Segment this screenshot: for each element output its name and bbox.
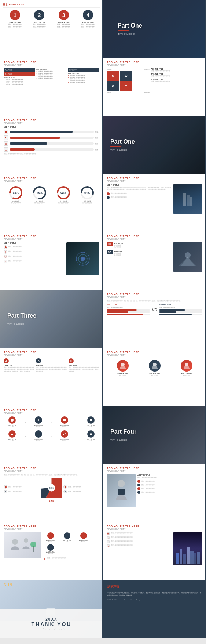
swot-internal: internal <box>107 91 111 93</box>
slide-icons-image: ADD YOUR TITLE HERE POWER YOUR POINT ADD… <box>0 232 103 290</box>
image-icons-subtitle: POWER YOUR POINT <box>107 470 202 472</box>
thankyou-sub: for consulting, management, planning, re… <box>38 628 65 630</box>
slide-text-image: ADD YOUR TITLE HERE POWER YOUR POINT ADD… <box>103 174 206 232</box>
right-desc: 描述，标标标标标标标标标标 <box>137 477 202 479</box>
icon-row-3: 描述，标标标标标标 <box>4 255 65 258</box>
flow-node-1: Add The Title Add The <box>8 416 16 428</box>
svg-point-27 <box>90 419 92 421</box>
icon-text-2: 描述，标标标标标标标标 <box>111 196 127 198</box>
person-grid-4: Add The Title Add The <box>43 544 58 555</box>
col-a: A TITLE One 描述，标标标标标标标标标标标标标标标标标标标标标标标标标… <box>4 358 34 373</box>
svg-point-16 <box>5 256 6 257</box>
swot-desc-3: 描述，标标标标标标标标标标 <box>151 81 202 83</box>
person-grid-3: Add The Title Add The <box>76 532 91 543</box>
pie-desc-4: 描述，标标标标标标 <box>68 491 81 493</box>
icon-desc-3: 描述，标标标标标标 <box>8 256 22 257</box>
person-2-sub: Add The Title <box>151 375 158 376</box>
pie-chart: 58% 29% <box>41 478 62 502</box>
toc-sub-3: 描述，标标标标标标描述，标标标标标标 <box>57 23 70 28</box>
icons-add-title: ADD THE TITLE <box>4 242 65 244</box>
swot-external: external <box>144 91 150 93</box>
checklist-subtitle: POWER YOUR POINT <box>107 528 202 530</box>
persons-subtitle: POWER YOUR POINT <box>107 354 202 356</box>
swot-positive: positive <box>107 68 112 70</box>
flow-node-2: Add The Title Add The <box>34 416 43 428</box>
person-grid-1: Add The Title Add The <box>43 532 58 543</box>
accent-bar <box>205 116 206 174</box>
slide-title-red-2: ADD YOUR TITLE HERE <box>107 61 202 64</box>
vs-desc: 描述，标标标标标标标标一段一段一段一段一段。标标标标标标标标，设计，计设计都要考… <box>107 300 202 302</box>
svg-text:82%: 82% <box>13 191 19 195</box>
svg-rect-42 <box>180 549 182 564</box>
swot-s: S <box>107 71 119 81</box>
flow-subtitle: POWER YOUR POINT <box>4 412 99 414</box>
svg-rect-28 <box>90 434 92 435</box>
pencil-row: 描述，标标标标标标标标标标 <box>43 557 99 560</box>
text-image-subtitle: POWER YOUR POINT <box>107 180 202 182</box>
text-pie-title: ADD YOUR TITLE HERE <box>4 467 99 470</box>
right-icon-3: 描述，标标标标标标 <box>137 487 202 490</box>
part-four-line <box>110 437 121 437</box>
right-icon-1: 描述，标标标标标标 <box>137 480 202 483</box>
swot-negative: negative <box>144 68 150 70</box>
bar-section-title: ADD THE TITLE <box>4 126 99 128</box>
svg-rect-43 <box>183 554 186 564</box>
part-four-title: Part Four <box>110 428 199 435</box>
svg-rect-15 <box>190 197 192 206</box>
numbered-image-subtitle: POWER YOUR POINT <box>107 238 202 240</box>
part-four-subtitle: TITLE HERE <box>110 439 199 442</box>
numbered-item-01: 01 TITLE One 输入的内容输入的内容 <box>107 242 172 249</box>
text-content-main: 描述，标标标标标标标标一段一段一段一段一段一段一段一段。标标标标标标标标，设计，… <box>107 187 172 191</box>
vs-container: ADD THE TITLE 描述，标标标标标标标标 VS ADD THE TIT… <box>107 304 202 316</box>
pie-icon-2: 描述，标标标标标标 <box>4 490 40 493</box>
check-item-3: 描述，标标标标标标标标标标标标 <box>107 540 172 543</box>
slide-people-icons: ADD YOUR TITLE HERE POWER YOUR POINT <box>0 522 103 580</box>
swot-w: W <box>120 71 133 81</box>
slide-copyright: 版权声明 本模板及其所有内容均受版权保护。未经授权，不得复制、修改或分发。如需使… <box>103 580 206 638</box>
icon-row-2: 描述，标标标标标标 <box>4 250 65 254</box>
circles-title: ADD YOUR TITLE HERE <box>4 177 99 180</box>
person-3: Add The Title Add The Title <box>181 360 192 376</box>
accent-bar <box>205 406 206 464</box>
toc-sub-2: 描述，标标标标标标描述，标标标标标标 <box>33 23 46 28</box>
circle-54: 54% 输入的标题 输入的说明文字 <box>80 185 95 204</box>
copyright-body: 本模板及其所有内容均受版权保护。未经授权，不得复制、修改或分发。如需使用，请联系… <box>107 592 202 597</box>
people-icons-title: ADD YOUR TITLE HERE <box>4 525 99 528</box>
svg-text:58%: 58% <box>49 487 54 489</box>
slide-part-one-b: Part One TITLE HERE <box>103 116 206 174</box>
circle-76: 76% 输入的标题 输入的说明文字 <box>32 185 47 204</box>
numbered-item-02: 02 Title Two 输入的内容输入的内容 <box>107 250 172 257</box>
pie-desc-2: 描述，标标标标标标 <box>8 491 22 493</box>
slide-three-cols: ADD YOUR TITLE HERE POWER YOUR POINT A T… <box>0 348 103 406</box>
vs-left-sub: 描述，标标标标标标标标 <box>107 307 150 308</box>
part-three-title: Part Three <box>7 312 96 319</box>
copyright-footer: © 2024 All Rights Reserved. PowerPoint T… <box>107 599 202 601</box>
toc-num-3: 3 <box>59 10 69 20</box>
pie-icon-1: 描述，标标标标标标 <box>4 485 40 489</box>
svg-point-22 <box>185 252 191 258</box>
vs-subtitle: POWER YOUR POINT <box>107 296 202 298</box>
swot-t: T <box>120 81 133 91</box>
pie-percent: 29% <box>41 499 62 502</box>
flow-title: ADD YOUR TITLE HERE <box>4 409 99 412</box>
svg-point-40 <box>108 546 109 547</box>
circle-82-svg: 82% <box>8 185 23 200</box>
svg-rect-41 <box>176 553 179 564</box>
flow-node-8: Add The Title Add The <box>87 430 95 442</box>
person-2: Add The Title Add The Title <box>149 360 161 376</box>
part-one-b-subtitle: TITLE HERE <box>110 149 199 152</box>
bar-item-3: 数量 2 <box>4 141 99 146</box>
svg-point-36 <box>12 539 18 545</box>
svg-point-0 <box>5 143 7 144</box>
flow-node-6: Add The Title Add The <box>34 430 43 442</box>
flow-node-5: Add The Title Add The <box>8 430 16 442</box>
slide-checklist-image: ADD YOUR TITLE HERE POWER YOUR POINT 描述，… <box>103 522 206 580</box>
svg-point-37 <box>24 538 28 543</box>
vs-badge: VS <box>151 308 158 312</box>
part-three-line <box>7 321 18 321</box>
toc-item-2: 2 Add The Title 描述，标标标标标标描述，标标标标标标 <box>33 10 46 28</box>
slide-image-icons: ADD YOUR TITLE HERE POWER YOUR POINT ADD… <box>103 464 206 522</box>
text-image-title: ADD YOUR TITLE HERE <box>107 177 202 180</box>
add-title-right: ADD THE TITLE <box>137 474 202 476</box>
right-icon-2: 描述，标标标标标标 <box>137 484 202 486</box>
